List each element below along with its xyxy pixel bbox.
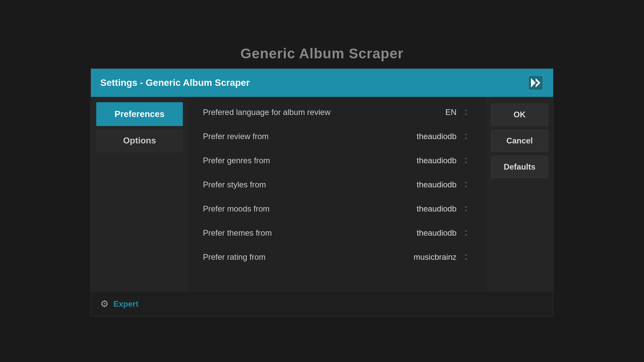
spinner-down-language[interactable]: ⌄	[461, 107, 471, 112]
spinner-themes[interactable]: ⌄ ⌃	[461, 227, 471, 239]
dialog-footer: ⚙ Expert	[91, 291, 553, 316]
spinner-moods[interactable]: ⌄ ⌃	[461, 203, 471, 215]
dialog-body: Preferences Options Prefered language fo…	[91, 97, 553, 291]
settings-label-themes: Prefer themes from	[203, 228, 272, 238]
spinner-down-styles[interactable]: ⌄	[461, 179, 471, 184]
settings-row-rating: Prefer rating from musicbrainz ⌄ ⌃	[195, 245, 479, 269]
page-title: Generic Album Scraper	[240, 46, 404, 62]
settings-row-review: Prefer review from theaudiodb ⌄ ⌃	[195, 124, 479, 148]
action-buttons: OK Cancel Defaults	[486, 97, 553, 291]
settings-value-styles: theaudiodb	[396, 180, 457, 189]
settings-value-container-rating: musicbrainz ⌄ ⌃	[396, 251, 471, 263]
spinner-language[interactable]: ⌄ ⌃	[461, 107, 471, 118]
settings-row-themes: Prefer themes from theaudiodb ⌄ ⌃	[195, 221, 479, 245]
settings-value-container-styles: theaudiodb ⌄ ⌃	[396, 179, 471, 190]
spinner-review[interactable]: ⌄ ⌃	[461, 131, 471, 142]
settings-value-container-language: EN ⌄ ⌃	[396, 107, 471, 118]
settings-label-styles: Prefer styles from	[203, 180, 266, 189]
settings-label-moods: Prefer moods from	[203, 204, 270, 214]
settings-row-moods: Prefer moods from theaudiodb ⌄ ⌃	[195, 197, 479, 221]
settings-label-review: Prefer review from	[203, 132, 269, 141]
sidebar-item-preferences[interactable]: Preferences	[96, 102, 183, 126]
settings-value-themes: theaudiodb	[396, 228, 457, 238]
spinner-down-themes[interactable]: ⌄	[461, 227, 471, 233]
expert-label[interactable]: Expert	[113, 299, 139, 309]
settings-label-language: Prefered language for album review	[203, 108, 330, 117]
settings-value-container-genres: theaudiodb ⌄ ⌃	[396, 155, 471, 166]
settings-row-language: Prefered language for album review EN ⌄ …	[195, 100, 479, 124]
spinner-down-moods[interactable]: ⌄	[461, 203, 471, 208]
main-content: Prefered language for album review EN ⌄ …	[188, 97, 486, 291]
spinner-up-review[interactable]: ⌃	[461, 137, 471, 142]
cancel-button[interactable]: Cancel	[491, 130, 548, 152]
defaults-button[interactable]: Defaults	[491, 156, 548, 178]
dialog-header-title: Settings - Generic Album Scraper	[100, 77, 250, 88]
settings-value-container-review: theaudiodb ⌄ ⌃	[396, 131, 471, 142]
settings-label-genres: Prefer genres from	[203, 156, 270, 165]
spinner-down-genres[interactable]: ⌄	[461, 155, 471, 160]
settings-row-styles: Prefer styles from theaudiodb ⌄ ⌃	[195, 173, 479, 197]
spinner-genres[interactable]: ⌄ ⌃	[461, 155, 471, 166]
dialog-header: Settings - Generic Album Scraper	[91, 69, 553, 97]
gear-icon: ⚙	[100, 298, 109, 309]
spinner-up-rating[interactable]: ⌃	[461, 257, 471, 263]
spinner-styles[interactable]: ⌄ ⌃	[461, 179, 471, 190]
spinner-up-styles[interactable]: ⌃	[461, 185, 471, 190]
settings-value-genres: theaudiodb	[396, 156, 457, 165]
ok-button[interactable]: OK	[491, 104, 548, 126]
settings-label-rating: Prefer rating from	[203, 252, 266, 262]
settings-value-review: theaudiodb	[396, 132, 457, 141]
settings-value-moods: theaudiodb	[396, 204, 457, 214]
settings-value-language: EN	[396, 108, 457, 117]
settings-value-container-themes: theaudiodb ⌄ ⌃	[396, 227, 471, 239]
spinner-up-themes[interactable]: ⌃	[461, 233, 471, 239]
spinner-up-genres[interactable]: ⌃	[461, 161, 471, 166]
spinner-down-rating[interactable]: ⌄	[461, 251, 471, 257]
spinner-down-review[interactable]: ⌄	[461, 131, 471, 136]
dialog-container: Settings - Generic Album Scraper Prefere…	[91, 68, 553, 316]
spinner-up-moods[interactable]: ⌃	[461, 209, 471, 215]
sidebar-item-options[interactable]: Options	[96, 129, 183, 153]
settings-value-container-moods: theaudiodb ⌄ ⌃	[396, 203, 471, 215]
spinner-up-language[interactable]: ⌃	[461, 113, 471, 118]
kodi-logo	[528, 75, 544, 91]
settings-row-genres: Prefer genres from theaudiodb ⌄ ⌃	[195, 148, 479, 173]
settings-value-rating: musicbrainz	[396, 252, 457, 262]
sidebar: Preferences Options	[91, 97, 188, 291]
spinner-rating[interactable]: ⌄ ⌃	[461, 251, 471, 263]
